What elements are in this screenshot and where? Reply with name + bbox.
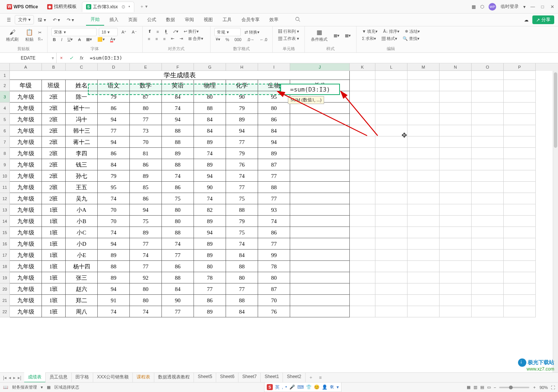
cell[interactable]: 74: [258, 216, 290, 227]
cell[interactable]: 88: [226, 204, 258, 216]
font-color-button[interactable]: A▾: [109, 36, 117, 43]
fill-button[interactable]: ▼ 填充▾: [360, 28, 379, 35]
sheet-tab[interactable]: 员工信息: [46, 372, 72, 383]
cell[interactable]: 九年级: [10, 306, 42, 317]
cell[interactable]: 93: [258, 204, 290, 216]
cell[interactable]: [504, 272, 536, 283]
cell[interactable]: [375, 103, 407, 114]
col-header-M[interactable]: M: [407, 63, 440, 71]
cell[interactable]: 九年级: [10, 170, 42, 182]
cell[interactable]: 80: [194, 261, 226, 272]
cell[interactable]: 77: [258, 193, 290, 204]
zoom-slider[interactable]: [499, 387, 529, 388]
cell[interactable]: 89: [130, 170, 162, 182]
cell[interactable]: 75: [226, 193, 258, 204]
sheet-tab[interactable]: Sheet1: [261, 372, 283, 383]
format-button[interactable]: ▦ 格式▾: [380, 35, 399, 42]
cell[interactable]: 94: [194, 170, 226, 182]
cell[interactable]: 79: [98, 91, 130, 103]
cell[interactable]: 74: [130, 306, 162, 317]
cell[interactable]: [375, 295, 407, 306]
cell[interactable]: 李四: [66, 148, 98, 159]
cell[interactable]: 87: [130, 91, 162, 103]
tab-formula[interactable]: 公式: [143, 14, 161, 25]
cell[interactable]: [472, 238, 504, 250]
row-header-7[interactable]: 7: [0, 136, 10, 148]
view-read-icon[interactable]: ▭: [487, 385, 491, 390]
cell[interactable]: 87: [258, 159, 290, 170]
cell[interactable]: 89: [194, 238, 226, 250]
sort-button[interactable]: Å↓ 排序▾: [381, 28, 401, 35]
cell[interactable]: [407, 227, 440, 238]
tab-more-icon[interactable]: •: [128, 4, 130, 9]
worksheet-button[interactable]: ▦ 工作表 ▾: [277, 35, 301, 42]
tab-view[interactable]: 视图: [199, 14, 217, 25]
cell[interactable]: 77: [162, 306, 194, 317]
sheet-tab[interactable]: Sheet5: [194, 372, 216, 383]
cell[interactable]: 94: [98, 238, 130, 250]
cell[interactable]: 77: [130, 261, 162, 272]
cell[interactable]: 英语: [162, 80, 194, 91]
cell[interactable]: [290, 250, 350, 261]
cell[interactable]: [290, 261, 350, 272]
cell[interactable]: 77: [194, 283, 226, 295]
cell[interactable]: [350, 227, 375, 238]
dec-dec-icon[interactable]: ←.0: [258, 37, 269, 43]
cell[interactable]: [440, 170, 472, 182]
cell[interactable]: 77: [162, 250, 194, 261]
cell[interactable]: [472, 159, 504, 170]
cell[interactable]: [350, 80, 375, 91]
cell[interactable]: 77: [258, 170, 290, 182]
cell[interactable]: [350, 250, 375, 261]
cond-format-button[interactable]: ▦条件格式: [309, 28, 330, 43]
indent-dec-icon[interactable]: ⇤: [169, 35, 176, 42]
row-header-19[interactable]: 19: [0, 272, 10, 283]
cell[interactable]: 88: [194, 103, 226, 114]
cell[interactable]: [407, 159, 440, 170]
cell[interactable]: [375, 204, 407, 216]
cell[interactable]: 94: [226, 125, 258, 136]
cell[interactable]: [350, 103, 375, 114]
cell[interactable]: [407, 261, 440, 272]
cell[interactable]: [440, 114, 472, 125]
cell[interactable]: 89: [194, 250, 226, 261]
cell[interactable]: [350, 182, 375, 193]
cell[interactable]: 88: [162, 159, 194, 170]
cell[interactable]: [440, 103, 472, 114]
name-box[interactable]: EDATE ▾: [0, 53, 57, 63]
cell[interactable]: 物理: [194, 80, 226, 91]
cell[interactable]: 郑二: [66, 295, 98, 306]
cell[interactable]: 88: [162, 227, 194, 238]
cell[interactable]: [290, 170, 350, 182]
cell[interactable]: 80: [258, 272, 290, 283]
cell[interactable]: [504, 306, 536, 317]
share-button[interactable]: ↗ 分享: [532, 15, 554, 24]
cell[interactable]: 94: [162, 114, 194, 125]
row-header-9[interactable]: 9: [0, 159, 10, 170]
col-header-A[interactable]: A: [10, 63, 42, 71]
cell[interactable]: [407, 182, 440, 193]
cell[interactable]: 74: [162, 103, 194, 114]
underline-button[interactable]: U▾: [66, 36, 74, 43]
cell[interactable]: 70: [98, 216, 130, 227]
cell[interactable]: [350, 136, 375, 148]
cell[interactable]: [375, 261, 407, 272]
cell[interactable]: 99: [258, 250, 290, 261]
cell[interactable]: 88: [258, 182, 290, 193]
sheet-prev-icon[interactable]: ◂: [9, 375, 11, 380]
cell[interactable]: [472, 182, 504, 193]
currency-icon[interactable]: ¥▾: [214, 36, 222, 43]
cell[interactable]: 79: [226, 148, 258, 159]
search-icon[interactable]: [292, 15, 303, 24]
cell[interactable]: 70: [258, 295, 290, 306]
cell[interactable]: [440, 238, 472, 250]
cell[interactable]: [440, 125, 472, 136]
freeze-button[interactable]: ❄ 冻结▾: [403, 28, 421, 35]
strike-button[interactable]: A: [77, 37, 82, 43]
cell[interactable]: [472, 306, 504, 317]
cut-icon[interactable]: ✂: [38, 30, 43, 35]
cell[interactable]: 张三: [66, 272, 98, 283]
cell[interactable]: [440, 216, 472, 227]
cell[interactable]: 74: [194, 193, 226, 204]
font-size-combo[interactable]: 18▾: [99, 28, 118, 36]
